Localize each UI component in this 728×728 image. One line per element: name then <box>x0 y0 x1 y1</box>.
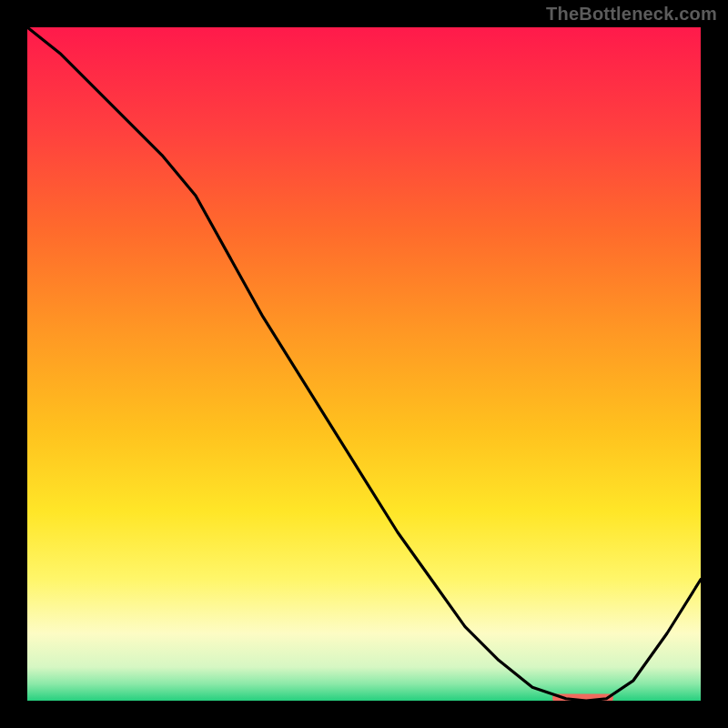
watermark-text: TheBottleneck.com <box>546 4 717 25</box>
plot-area <box>27 27 701 701</box>
chart-root: TheBottleneck.com <box>0 0 728 728</box>
chart-svg <box>27 27 701 701</box>
gradient-background <box>27 27 701 701</box>
